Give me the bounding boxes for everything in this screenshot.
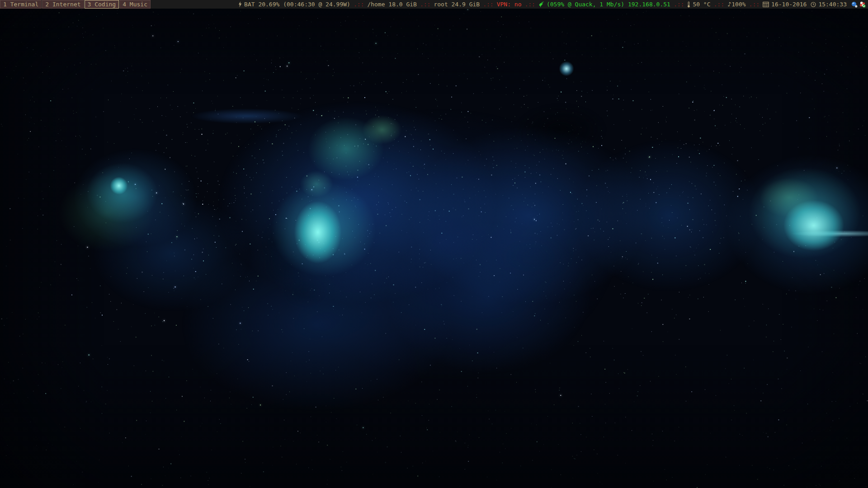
vpn-status: VPN: no [497,0,522,9]
workspace-button-terminal[interactable]: 1 Terminal [0,0,42,9]
volume-status: ♪ 100% [727,0,746,9]
satellite-dish-icon [538,1,544,7]
music-note-icon: ♪ [727,0,731,9]
clock-icon [811,2,816,7]
network-text: (059% @ Quack, 1 Mb/s) 192.168.0.51 [547,0,670,9]
workspace-switcher: 1 Terminal 2 Internet 3 Coding 4 Music [0,0,151,9]
workspace-button-internet[interactable]: 2 Internet [42,0,84,9]
separator: .:: [674,0,684,9]
disk-home-status: /home 18.0 GiB [367,0,417,9]
date-text: 16-10-2016 [771,0,807,9]
volume-text: 100% [731,0,745,9]
lightning-icon [238,1,242,7]
workspace-button-coding[interactable]: 3 Coding [85,0,119,9]
temperature-status: 50 °C [687,0,710,9]
vpn-text: VPN: no [497,0,522,9]
status-bar: 1 Terminal 2 Internet 3 Coding 4 Music B… [0,0,868,9]
thermometer-icon [687,1,690,8]
wallpaper-nebula [0,9,868,488]
tray-updates-icon[interactable] [859,1,866,8]
temperature-text: 50 °C [693,0,710,9]
calendar-icon [763,1,769,7]
tray-bulb-icon[interactable] [851,1,858,8]
separator: .:: [714,0,724,9]
workspace-button-music[interactable]: 4 Music [119,0,151,9]
time-status: 15:40:33 [811,0,847,9]
disk-root-status: root 24.9 GiB [434,0,480,9]
battery-text: BAT 20.69% (00:46:30 @ 24.99W) [244,0,350,9]
separator: .:: [483,0,493,9]
time-text: 15:40:33 [818,0,847,9]
disk-root-text: root 24.9 GiB [434,0,480,9]
network-status: (059% @ Quack, 1 Mb/s) 192.168.0.51 [538,0,670,9]
separator: .:: [524,0,535,9]
date-status: 16-10-2016 [763,0,807,9]
separator: .:: [420,0,430,9]
disk-home-text: /home 18.0 GiB [367,0,417,9]
system-tray [851,1,866,8]
status-segments: BAT 20.69% (00:46:30 @ 24.99W) .:: /home… [238,0,847,9]
battery-status: BAT 20.69% (00:46:30 @ 24.99W) [238,0,350,9]
desktop: 1 Terminal 2 Internet 3 Coding 4 Music B… [0,0,868,488]
nebula-clouds [0,9,868,488]
separator: .:: [354,0,364,9]
separator: .:: [749,0,760,9]
